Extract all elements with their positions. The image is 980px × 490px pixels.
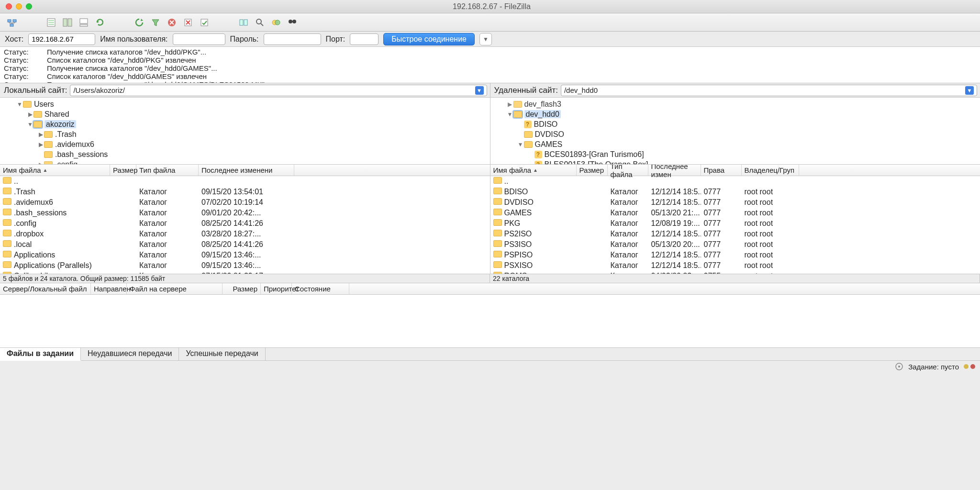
process-queue-icon[interactable] xyxy=(133,16,145,29)
file-name: DVDISO xyxy=(504,198,534,206)
quickconnect-dropdown[interactable]: ▼ xyxy=(479,33,492,45)
file-row[interactable]: PS3ISOКаталог05/13/20 20:...0777root roo… xyxy=(490,239,980,250)
remote-site-combo[interactable]: /dev_hdd0▼ xyxy=(561,85,977,96)
minimize-icon[interactable] xyxy=(16,3,22,10)
file-row[interactable]: PSPISOКаталог12/12/14 18:5...0777root ro… xyxy=(490,250,980,260)
quickconnect-button[interactable]: Быстрое соединение xyxy=(383,33,475,45)
file-type: Каталог xyxy=(608,272,648,274)
file-row[interactable]: .TrashКаталог09/15/20 13:54:01 xyxy=(0,187,490,197)
tree-item[interactable]: ▼dev_hdd0 xyxy=(490,109,980,119)
file-modified: 04/03/20 23:... xyxy=(648,272,701,274)
local-site-combo[interactable]: /Users/akozoriz/▼ xyxy=(70,85,487,96)
queue-header[interactable]: Сервер/Локальный файл Направлен Файл на … xyxy=(0,283,980,295)
search-icon[interactable] xyxy=(254,16,266,29)
queue-indicator-icon[interactable] xyxy=(895,362,903,371)
refresh-icon[interactable] xyxy=(94,16,106,29)
file-row[interactable]: .. xyxy=(0,176,490,187)
tab-failed[interactable]: Неудавшиеся передачи xyxy=(81,348,179,360)
disconnect-icon[interactable] xyxy=(182,16,194,29)
tree-item[interactable]: ▼Users xyxy=(0,99,490,109)
disclosure-triangle-icon[interactable]: ▶ xyxy=(27,111,33,118)
file-row[interactable]: GAMESКаталог05/13/20 21:...0777root root xyxy=(490,208,980,218)
tree-item[interactable]: .bash_sessions xyxy=(0,149,490,159)
svg-rect-9 xyxy=(80,19,88,23)
window-title: 192.168.2.67 - FileZilla xyxy=(32,2,951,11)
file-row[interactable]: PSXISOКаталог12/12/14 18:5...0777root ro… xyxy=(490,260,980,271)
disclosure-triangle-icon[interactable]: ▶ xyxy=(37,161,44,165)
disclosure-triangle-icon[interactable]: ▼ xyxy=(517,141,524,148)
toggle-queue-icon[interactable] xyxy=(78,16,90,29)
toggle-log-icon[interactable] xyxy=(45,16,57,29)
host-input[interactable] xyxy=(28,33,95,45)
file-row[interactable]: .localКаталог08/25/20 14:41:26 xyxy=(0,239,490,250)
cancel-icon[interactable] xyxy=(166,16,178,29)
file-modified: 12/12/14 18:5... xyxy=(648,198,701,207)
tree-item[interactable]: ?BDISO xyxy=(490,119,980,129)
file-row[interactable]: BDISOКаталог12/12/14 18:5...0777root roo… xyxy=(490,187,980,197)
file-modified: 12/12/14 18:5... xyxy=(648,188,701,196)
tree-item[interactable]: ▶.config xyxy=(0,159,490,164)
tree-item[interactable]: DVDISO xyxy=(490,129,980,139)
tab-successful[interactable]: Успешные передачи xyxy=(179,348,265,360)
disclosure-triangle-icon[interactable]: ▶ xyxy=(507,101,513,108)
file-modified: 12/12/14 18:5... xyxy=(648,261,701,270)
tree-item[interactable]: ▼akozoriz xyxy=(0,119,490,129)
maximize-icon[interactable] xyxy=(26,3,32,10)
tab-queued[interactable]: Файлы в задании xyxy=(0,348,81,361)
compare-icon[interactable] xyxy=(237,16,250,29)
file-row[interactable]: .configКаталог08/25/20 14:41:26 xyxy=(0,218,490,229)
site-manager-icon[interactable] xyxy=(6,16,18,29)
file-row[interactable]: Applications (Parallels)Каталог09/15/20 … xyxy=(0,260,490,271)
disclosure-triangle-icon[interactable]: ▶ xyxy=(37,141,44,148)
file-row[interactable]: .avidemux6Каталог07/02/20 10:19:14 xyxy=(0,197,490,208)
file-row[interactable]: PS2ISOКаталог12/12/14 18:5...0777root ro… xyxy=(490,229,980,239)
username-input[interactable] xyxy=(173,33,225,45)
tree-item-label: akozoriz xyxy=(45,120,76,129)
svg-rect-1 xyxy=(13,20,16,22)
toggle-tree-icon[interactable] xyxy=(61,16,74,29)
local-file-list[interactable]: Имя файла▲ Размер Тип файла Последнее из… xyxy=(0,165,490,274)
disclosure-triangle-icon[interactable]: ▶ xyxy=(37,131,44,138)
tree-item[interactable]: ▶.avidemux6 xyxy=(0,139,490,149)
remote-file-list[interactable]: Имя файла▲ Размер Тип файла Последнее из… xyxy=(490,165,980,274)
file-row[interactable]: DVDISOКаталог12/12/14 18:5...0777root ro… xyxy=(490,197,980,208)
file-row[interactable]: Calibre LibraryКаталог07/15/20 21:39:17 xyxy=(0,271,490,274)
remote-list-header[interactable]: Имя файла▲ Размер Тип файла Последнее из… xyxy=(490,165,980,176)
queue-body[interactable] xyxy=(0,295,980,347)
tree-item[interactable]: ?BCES01893-[Gran Turismo6] xyxy=(490,149,980,159)
file-row[interactable]: ROMSКаталог04/03/20 23:...0755root root xyxy=(490,271,980,274)
tree-item[interactable]: ▶Shared xyxy=(0,109,490,119)
chevron-down-icon[interactable]: ▼ xyxy=(475,86,484,95)
close-icon[interactable] xyxy=(6,3,12,10)
find-remote-icon[interactable] xyxy=(286,16,299,29)
local-list-header[interactable]: Имя файла▲ Размер Тип файла Последнее из… xyxy=(0,165,490,176)
tree-item[interactable]: ▶dev_flash3 xyxy=(490,99,980,109)
disclosure-triangle-icon[interactable]: ▼ xyxy=(27,121,33,128)
message-log[interactable]: Статус:Получение списка каталогов "/dev_… xyxy=(0,47,980,83)
file-row[interactable]: .dropboxКаталог03/28/20 18:27:... xyxy=(0,229,490,239)
file-row[interactable]: .bash_sessionsКаталог09/01/20 20:42:... xyxy=(0,208,490,218)
file-name: GAMES xyxy=(504,209,532,217)
file-type: Каталог xyxy=(136,230,199,238)
remote-tree[interactable]: ▶dev_flash3▼dev_hdd0?BDISODVDISO▼GAMES?B… xyxy=(490,98,980,164)
port-input[interactable] xyxy=(350,33,379,45)
sort-asc-icon: ▲ xyxy=(533,167,538,173)
file-row[interactable]: .. xyxy=(490,176,980,187)
folder-icon xyxy=(44,151,53,158)
chevron-down-icon[interactable]: ▼ xyxy=(965,86,974,95)
reconnect-icon[interactable] xyxy=(198,16,211,29)
file-row[interactable]: PKGКаталог12/08/19 19:...0777root root xyxy=(490,218,980,229)
unknown-folder-icon: ? xyxy=(535,151,542,158)
sync-icon[interactable] xyxy=(270,16,282,29)
filter-icon[interactable] xyxy=(149,16,162,29)
tree-item[interactable]: ▼GAMES xyxy=(490,139,980,149)
svg-line-17 xyxy=(261,23,263,26)
local-tree[interactable]: ▼Users▶Shared▼akozoriz▶.Trash▶.avidemux6… xyxy=(0,98,490,164)
tree-item[interactable]: ?BLES00153-[The Orange Box] xyxy=(490,159,980,164)
disclosure-triangle-icon[interactable]: ▼ xyxy=(507,111,513,118)
tree-item[interactable]: ▶.Trash xyxy=(0,129,490,139)
svg-rect-14 xyxy=(240,20,243,25)
file-row[interactable]: ApplicationsКаталог09/15/20 13:46:... xyxy=(0,250,490,260)
password-input[interactable] xyxy=(264,33,321,45)
disclosure-triangle-icon[interactable]: ▼ xyxy=(16,101,23,108)
